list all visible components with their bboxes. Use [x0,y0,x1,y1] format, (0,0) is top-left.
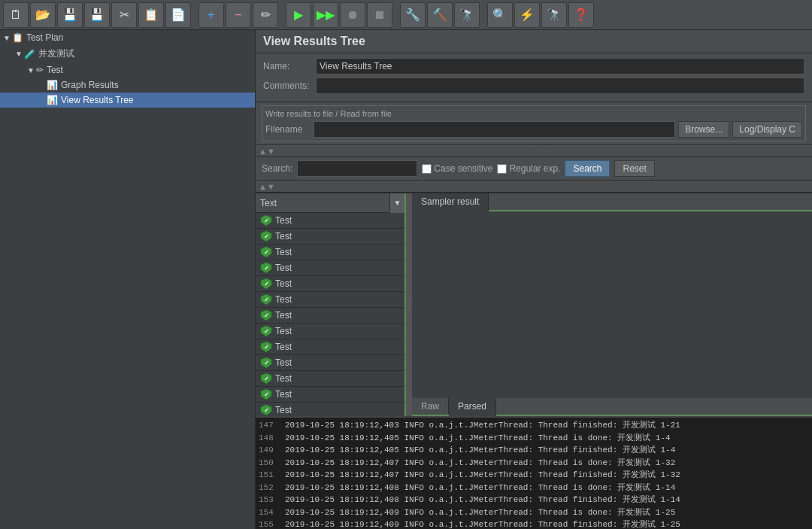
result-item-text: Test [275,373,292,384]
save-button[interactable]: 💾 [84,2,110,28]
svg-text:✓: ✓ [264,344,269,351]
sidebar-item-test[interactable]: ▼ ✏ Test [0,62,255,78]
result-list-item[interactable]: ✓ Test [256,308,404,324]
sampler-tabs: Sampler result [412,193,812,211]
sidebar-item-test-plan[interactable]: ▼ 📋 Test Plan [0,30,255,45]
remote-exit-button[interactable]: 🔭 [454,2,480,28]
copy-button[interactable]: 📋 [138,2,164,28]
form-area: Name: Comments: [256,53,812,102]
tab-parsed[interactable]: Parsed [449,398,496,416]
browse-button[interactable]: Browse... [678,121,729,138]
result-list-item[interactable]: ✓ Test [256,339,404,355]
start-button[interactable]: ▶ [286,2,311,28]
add-button[interactable]: + [198,2,224,28]
sidebar-item-concurrent-test[interactable]: ▼ 🧪 并发测试 [0,45,255,62]
svg-text:✓: ✓ [264,281,269,287]
clear-button[interactable]: ✏ [253,2,278,28]
cut-button[interactable]: ✂ [111,2,137,28]
panel-title: View Results Tree [263,35,365,47]
case-sensitive-checkbox[interactable] [422,164,432,174]
green-shield-icon: ✓ [260,357,272,369]
open-button[interactable]: 📂 [30,2,56,28]
sidebar-item-view-results-tree[interactable]: ▶ 📊 View Results Tree [0,93,255,108]
reset-button[interactable]: Reset [614,160,654,177]
paste-button[interactable]: 📄 [165,2,191,28]
main-layout: ▼ 📋 Test Plan ▼ 🧪 并发测试 ▼ ✏ Test ▶ 📊 Grap… [0,30,812,529]
log-line-text: 2019-10-25 18:19:12,405 INFO o.a.j.t.JMe… [285,445,675,455]
name-input[interactable] [316,58,804,74]
concurrent-icon: 🧪 [24,49,35,59]
svg-text:✓: ✓ [264,233,269,240]
svg-text:✓: ✓ [264,312,269,319]
result-list-item[interactable]: ✓ Test [256,213,404,229]
result-item-text: Test [275,357,292,368]
log-line: 1552019-10-25 18:19:12,409 INFO o.a.j.t.… [259,518,809,529]
log-line-text: 2019-10-25 18:19:12,407 INFO o.a.j.t.JMe… [285,470,680,479]
filename-input[interactable] [314,121,675,138]
svg-text:✓: ✓ [264,328,269,335]
green-shield-icon: ✓ [260,293,272,306]
case-sensitive-label[interactable]: Case sensitive [422,163,492,174]
result-list-item[interactable]: ✓ Test [256,387,404,403]
remote-start-button[interactable]: 🔧 [400,2,426,28]
tree-arrow-test-plan: ▼ [3,34,11,42]
result-list-item[interactable]: ✓ Test [256,229,404,245]
comments-label: Comments: [263,81,316,91]
shutdown-button[interactable]: ⏹ [367,2,392,28]
bottom-tabs: Raw Parsed [412,398,812,416]
file-section-inner: Write results to file / Read from file F… [262,105,806,141]
remote-exit2-button[interactable]: 🔭 [541,2,567,28]
case-sensitive-text: Case sensitive [434,163,492,174]
result-item-text: Test [275,294,292,305]
content-area: View Results Tree Name: Comments: Write … [256,30,812,529]
log-area: 1472019-10-25 18:19:12,403 INFO o.a.j.t.… [256,416,812,529]
remove-button[interactable]: − [226,2,251,28]
regex-checkbox[interactable] [497,164,507,174]
result-list-item[interactable]: ✓ Test [256,324,404,339]
tab-raw[interactable]: Raw [412,398,449,415]
green-shield-icon: ✓ [260,388,272,400]
log-line-number: 152 [259,482,285,494]
tab-sampler-result[interactable]: Sampler result [412,193,489,211]
result-list-item[interactable]: ✓ Test [256,403,404,416]
result-item-text: Test [275,389,292,400]
result-list-item[interactable]: ✓ Test [256,355,404,371]
merge-button[interactable]: ⚡ [514,2,540,28]
sidebar-item-graph-results[interactable]: ▶ 📊 Graph Results [0,78,255,93]
search-input[interactable] [297,160,417,177]
svg-text:✓: ✓ [264,360,269,366]
green-shield-icon: ✓ [260,278,272,290]
vertical-divider[interactable]: ··· [406,193,412,416]
result-list-item[interactable]: ✓ Test [256,260,404,276]
result-item-text: Test [275,247,292,257]
collapse-divider-2[interactable]: ▲▼ ···· [256,181,812,193]
result-list-item[interactable]: ✓ Test [256,371,404,387]
comments-input[interactable] [316,78,804,94]
save-as-button[interactable]: 💾 [57,2,83,28]
new-button[interactable]: 🗒 [3,2,29,28]
result-list-item[interactable]: ✓ Test [256,276,404,292]
help-button[interactable]: ❓ [568,2,594,28]
tree-arrow-test: ▼ [27,66,35,74]
green-shield-icon: ✓ [260,230,272,242]
green-shield-icon: ✓ [260,325,272,337]
divider-dots-1: ···· [275,148,809,155]
log-line: 1522019-10-25 18:19:12,408 INFO o.a.j.t.… [259,482,809,494]
green-shield-icon: ✓ [260,246,272,258]
test-plan-label: Test Plan [26,32,63,43]
log-line-text: 2019-10-25 18:19:12,405 INFO o.a.j.t.JMe… [285,433,671,442]
stop-button[interactable]: ⏺ [340,2,365,28]
log-line-number: 154 [259,506,285,519]
green-shield-icon: ✓ [260,372,272,385]
remote-stop-button[interactable]: 🔨 [427,2,453,28]
search-toolbar-button[interactable]: 🔍 [487,2,513,28]
log-display-button[interactable]: Log/Display C [732,121,802,138]
log-line-number: 149 [259,444,285,457]
search-button[interactable]: Search [565,160,610,177]
regex-label[interactable]: Regular exp. [497,163,560,174]
results-dropdown-button[interactable]: ▼ [389,193,404,213]
collapse-divider-1[interactable]: ▲▼ ···· [256,145,812,157]
start-no-pause-button[interactable]: ▶▶ [313,2,338,28]
result-list-item[interactable]: ✓ Test [256,292,404,308]
result-list-item[interactable]: ✓ Test [256,245,404,260]
